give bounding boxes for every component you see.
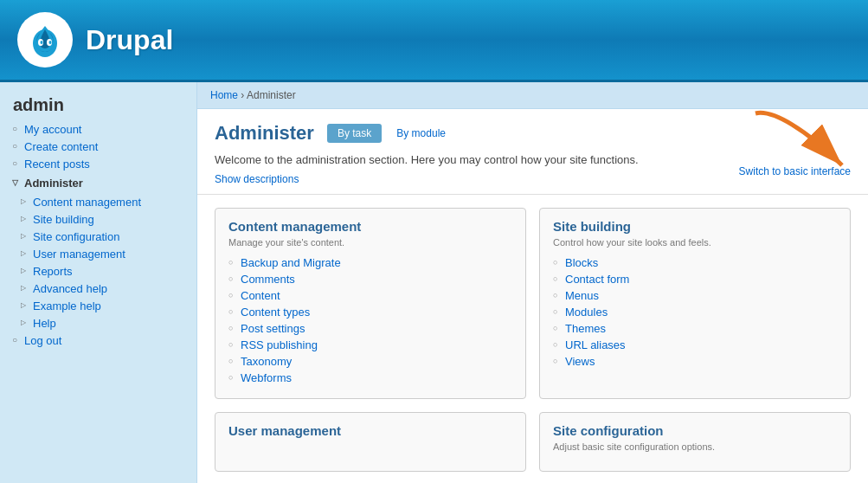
tab-by-task[interactable]: By task: [327, 124, 382, 143]
sidebar-item-example-help[interactable]: Example help: [9, 299, 188, 313]
modules-link[interactable]: Modules: [565, 306, 608, 319]
sidebar-item-site-configuration[interactable]: Site configuration: [9, 229, 188, 244]
create-content-link[interactable]: Create content: [9, 139, 188, 154]
content-link[interactable]: Content: [241, 289, 280, 302]
reports-link[interactable]: Reports: [9, 264, 188, 279]
post-settings-link[interactable]: Post settings: [241, 322, 305, 335]
list-item: Menus: [553, 289, 837, 302]
cards-area: Content management Manage your site's co…: [197, 195, 868, 483]
page-title-row: Administer By task By module: [215, 122, 851, 145]
nav-item-create-content[interactable]: Create content: [9, 139, 188, 154]
show-descriptions-link[interactable]: Show descriptions: [215, 173, 299, 185]
url-aliases-link[interactable]: URL aliases: [565, 338, 626, 351]
main-content: Home › Administer Administer By task By …: [197, 82, 868, 483]
sidebar-item-advanced-help[interactable]: Advanced help: [9, 281, 188, 296]
list-item: Comments: [228, 273, 512, 286]
user-management-card: User management: [215, 412, 526, 472]
user-management-title: User management: [228, 423, 512, 438]
site-title: Drupal: [86, 24, 173, 56]
sidebar-item-help[interactable]: Help: [9, 316, 188, 331]
logout-link[interactable]: Log out: [9, 333, 188, 348]
content-management-link[interactable]: Content management: [9, 195, 188, 209]
admin-username: admin: [9, 95, 188, 115]
list-item: Blocks: [553, 256, 837, 269]
rss-publishing-link[interactable]: RSS publishing: [241, 338, 318, 351]
content-management-links: Backup and Migrate Comments Content Cont…: [228, 256, 512, 384]
breadcrumb-home[interactable]: Home: [210, 89, 238, 101]
blocks-link[interactable]: Blocks: [565, 256, 598, 269]
content-types-link[interactable]: Content types: [241, 306, 310, 319]
list-item: Themes: [553, 322, 837, 335]
switch-basic-link[interactable]: Switch to basic interface: [739, 165, 851, 177]
contact-form-link[interactable]: Contact form: [565, 273, 629, 286]
content-management-subtitle: Manage your site's content.: [228, 237, 512, 248]
breadcrumb-current: Administer: [247, 89, 296, 101]
site-building-subtitle: Control how your site looks and feels.: [553, 237, 837, 248]
sidebar-item-content-management[interactable]: Content management: [9, 195, 188, 209]
page-title: Administer: [215, 122, 314, 145]
comments-link[interactable]: Comments: [241, 273, 295, 286]
nav-item-logout[interactable]: Log out: [9, 333, 188, 348]
nav-item-recent-posts[interactable]: Recent posts: [9, 157, 188, 171]
administer-section-header[interactable]: Administer: [9, 174, 188, 192]
user-management-link[interactable]: User management: [9, 247, 188, 261]
site-configuration-subtitle: Adjust basic site configuration options.: [553, 441, 837, 452]
welcome-text: Welcome to the administration section. H…: [215, 153, 851, 166]
breadcrumb-separator: ›: [241, 89, 244, 101]
backup-migrate-link[interactable]: Backup and Migrate: [241, 256, 341, 269]
nav-item-my-account[interactable]: My account: [9, 122, 188, 137]
tab-by-module[interactable]: By module: [386, 124, 456, 143]
site-building-card: Site building Control how your site look…: [539, 208, 851, 399]
views-link[interactable]: Views: [565, 355, 595, 368]
page-header-wrapper: Administer By task By module Welcome to …: [197, 109, 868, 195]
list-item: Post settings: [228, 322, 512, 335]
list-item: RSS publishing: [228, 338, 512, 351]
logo: [17, 12, 73, 68]
help-link[interactable]: Help: [9, 316, 188, 331]
example-help-link[interactable]: Example help: [9, 299, 188, 313]
taxonomy-link[interactable]: Taxonomy: [241, 355, 292, 368]
recent-posts-link[interactable]: Recent posts: [9, 157, 188, 171]
site-configuration-title: Site configuration: [553, 423, 837, 438]
content-management-card: Content management Manage your site's co…: [215, 208, 526, 399]
list-item: URL aliases: [553, 338, 837, 351]
nav-list: My account Create content Recent posts A…: [9, 122, 188, 348]
themes-link[interactable]: Themes: [565, 322, 606, 335]
webforms-link[interactable]: Webforms: [241, 371, 292, 384]
site-configuration-card: Site configuration Adjust basic site con…: [539, 412, 851, 472]
list-item: Taxonomy: [228, 355, 512, 368]
page-header: Administer By task By module Welcome to …: [197, 109, 868, 195]
sidebar: admin My account Create content Recent p…: [0, 82, 197, 483]
site-building-title: Site building: [553, 219, 837, 234]
menus-link[interactable]: Menus: [565, 289, 599, 302]
sidebar-item-site-building[interactable]: Site building: [9, 212, 188, 227]
my-account-link[interactable]: My account: [9, 122, 188, 137]
content-management-title: Content management: [228, 219, 512, 234]
list-item: Content: [228, 289, 512, 302]
breadcrumb: Home › Administer: [197, 82, 868, 109]
site-configuration-link[interactable]: Site configuration: [9, 229, 188, 244]
svg-point-5: [49, 41, 52, 44]
sidebar-item-reports[interactable]: Reports: [9, 264, 188, 279]
list-item: Contact form: [553, 273, 837, 286]
list-item: Webforms: [228, 371, 512, 384]
svg-point-4: [41, 41, 43, 44]
advanced-help-link[interactable]: Advanced help: [9, 281, 188, 296]
list-item: Views: [553, 355, 837, 368]
list-item: Content types: [228, 306, 512, 319]
site-header: Drupal: [0, 0, 868, 82]
list-item: Modules: [553, 306, 837, 319]
sidebar-item-user-management[interactable]: User management: [9, 247, 188, 261]
site-building-link[interactable]: Site building: [9, 212, 188, 227]
administer-sub-list: Content management Site building Site co…: [9, 195, 188, 331]
list-item: Backup and Migrate: [228, 256, 512, 269]
site-building-links: Blocks Contact form Menus Modules Themes…: [553, 256, 837, 368]
